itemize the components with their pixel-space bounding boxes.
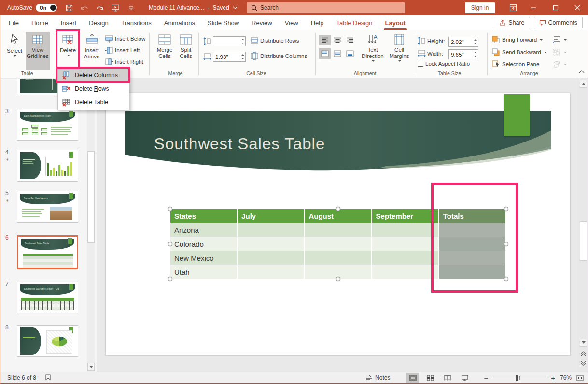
thumbnail-slide-8[interactable] [17, 325, 78, 357]
column-width-value[interactable] [213, 54, 240, 60]
insert-right-button[interactable]: Insert Right [105, 58, 143, 66]
table-handle-middle-right[interactable] [504, 242, 508, 246]
table-header-totals[interactable]: Totals [439, 209, 506, 223]
thumbnail-scrollbar-thumb[interactable] [87, 151, 95, 243]
share-button[interactable]: Share [494, 17, 530, 28]
tab-slide-show[interactable]: Slide Show [201, 15, 245, 30]
menu-item-delete-columns[interactable]: Delete Columns [58, 69, 129, 82]
table-cell-totals[interactable] [439, 251, 506, 265]
tab-help[interactable]: Help [305, 15, 330, 30]
insert-left-button[interactable]: Insert Left [105, 46, 140, 54]
insert-below-button[interactable]: Insert Below [105, 35, 145, 43]
slide-accent-rectangle[interactable] [504, 94, 530, 136]
saved-chevron-icon[interactable] [233, 6, 238, 9]
column-width-input[interactable] [213, 52, 246, 62]
slideshow-view-button[interactable] [459, 373, 471, 383]
table-height-value[interactable] [449, 39, 473, 45]
table-handle-bottom-left[interactable] [168, 277, 172, 281]
distribute-rows-button[interactable]: Distribute Rows [251, 37, 299, 44]
align-center-button[interactable] [332, 35, 343, 45]
thumbnail-slide-7[interactable]: Southwest Sales by Region – Q3 [17, 282, 78, 313]
menu-item-delete-rows[interactable]: Delete Rows [58, 82, 129, 96]
close-button[interactable] [567, 0, 588, 15]
table-cell[interactable] [372, 251, 439, 265]
tab-transitions[interactable]: Transitions [115, 15, 158, 30]
notes-button[interactable]: Notes [366, 374, 390, 381]
align-middle-button[interactable] [332, 48, 343, 59]
select-button[interactable]: Select [4, 32, 25, 57]
row-height-spinner[interactable] [240, 37, 245, 46]
column-width-spinner[interactable] [240, 52, 245, 61]
merge-cells-button[interactable]: Merge Cells [154, 32, 175, 59]
table-header-july[interactable]: July [238, 209, 305, 223]
autosave-toggle[interactable]: On [36, 4, 57, 12]
fit-slide-to-window-icon[interactable] [576, 375, 584, 381]
thumbnail-slide-3[interactable]: Sales Management Team [17, 109, 78, 141]
tab-animations[interactable]: Animations [158, 15, 201, 30]
zoom-percentage[interactable]: 76% [560, 374, 572, 381]
thumbnail-slide-6[interactable]: Southwest Sales Table [17, 235, 78, 269]
table-cell[interactable]: New Mexico [170, 251, 238, 265]
table-cell-totals[interactable] [439, 265, 506, 279]
table-height-spinner[interactable] [473, 37, 478, 46]
lock-aspect-ratio-checkbox[interactable]: Lock Aspect Ratio [418, 61, 470, 67]
reading-view-button[interactable] [441, 373, 454, 383]
table-cell[interactable] [372, 223, 439, 237]
table-handle-middle-left[interactable] [168, 242, 172, 246]
text-direction-button[interactable]: A Text Direction [359, 32, 387, 62]
slide-number-indicator[interactable]: Slide 6 of 8 [7, 374, 36, 381]
undo-icon[interactable] [80, 3, 89, 12]
group-objects-button[interactable] [552, 48, 567, 56]
table-cell[interactable] [238, 223, 305, 237]
row-height-input[interactable] [213, 36, 246, 46]
align-left-button[interactable] [319, 35, 331, 45]
table-handle-top-center[interactable] [336, 207, 340, 211]
thumbnail-scrollbar[interactable] [87, 79, 95, 372]
start-slideshow-icon[interactable] [111, 3, 120, 12]
zoom-in-button[interactable]: + [551, 374, 555, 382]
previous-slide-button[interactable] [580, 349, 587, 357]
table-width-value[interactable] [449, 52, 473, 57]
table-width-input[interactable] [448, 49, 478, 59]
slide-title[interactable]: Southwest Sales Table [154, 135, 325, 153]
tab-design[interactable]: Design [83, 15, 114, 30]
table-handle-bottom-center[interactable] [336, 277, 340, 281]
table-width-spinner[interactable] [473, 50, 478, 59]
zoom-out-button[interactable]: − [484, 374, 488, 382]
search-input[interactable] [260, 4, 381, 11]
align-right-button[interactable] [344, 35, 356, 45]
table-header-states[interactable]: States [170, 209, 238, 223]
rotate-objects-button[interactable] [552, 60, 567, 68]
slide-table[interactable]: States July August September Totals Ariz… [170, 209, 506, 279]
table-cell[interactable] [238, 251, 305, 265]
row-height-value[interactable] [213, 39, 240, 44]
bring-forward-button[interactable]: Bring Forward [492, 36, 543, 43]
slide-sorter-view-button[interactable] [424, 373, 436, 383]
collapse-ribbon-icon[interactable] [579, 70, 585, 73]
thumbnail-scroll-down-button[interactable] [87, 363, 95, 371]
view-gridlines-button[interactable]: View Gridlines [26, 32, 50, 70]
tab-view[interactable]: View [279, 15, 305, 30]
table-handle-bottom-right[interactable] [504, 277, 508, 281]
distribute-columns-button[interactable]: Distribute Columns [251, 52, 307, 60]
main-scrollbar-thumb[interactable] [580, 221, 587, 261]
table-header-august[interactable]: August [305, 209, 372, 223]
redo-icon[interactable] [96, 3, 104, 12]
normal-view-button[interactable] [406, 373, 419, 383]
align-objects-button[interactable] [552, 36, 567, 43]
zoom-slider[interactable] [493, 378, 546, 378]
table-cell[interactable] [305, 223, 372, 237]
table-cell[interactable] [238, 237, 305, 251]
tab-layout[interactable]: Layout [379, 15, 412, 30]
comments-button[interactable]: Comments [534, 17, 583, 28]
accessibility-flag-icon[interactable] [45, 374, 51, 382]
table-cell-totals[interactable] [439, 237, 506, 251]
table-cell[interactable] [238, 265, 305, 279]
table-cell-totals[interactable] [439, 223, 506, 237]
scroll-down-button[interactable] [580, 339, 587, 347]
menu-item-delete-table[interactable]: Delete Table [58, 96, 129, 109]
insert-above-button[interactable]: Insert Above [81, 32, 103, 60]
scroll-up-button[interactable] [580, 80, 587, 88]
align-bottom-button[interactable] [344, 48, 356, 59]
table-header-september[interactable]: September [372, 209, 439, 223]
